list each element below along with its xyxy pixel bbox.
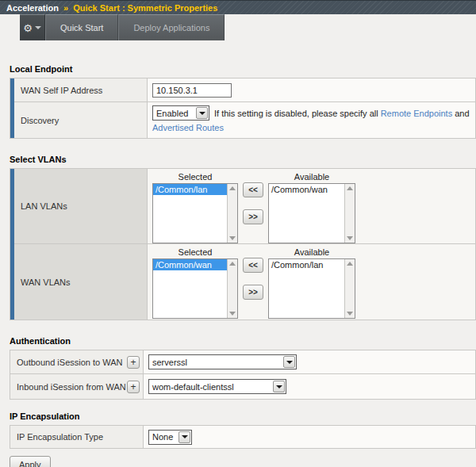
- scroll-down-icon[interactable]: [229, 312, 236, 316]
- section-title-local-endpoint: Local Endpoint: [10, 64, 476, 74]
- tab-label: Quick Start: [60, 23, 103, 33]
- advertised-routes-link[interactable]: Advertised Routes: [152, 123, 224, 132]
- scroll-up-icon[interactable]: [347, 186, 353, 190]
- scroll-up-icon[interactable]: [229, 262, 236, 266]
- available-column-header: Available: [268, 247, 355, 258]
- list-item[interactable]: /Common/wan: [269, 184, 344, 195]
- lan-vlans-label: LAN VLANs: [14, 169, 148, 243]
- wan-available-listbox[interactable]: /Common/lan: [268, 258, 355, 319]
- wan-vlans-label: WAN VLANs: [14, 244, 148, 320]
- listbox-scrollbar[interactable]: [227, 259, 237, 318]
- move-left-button[interactable]: <<: [243, 258, 263, 273]
- tab-quick-start[interactable]: Quick Start: [45, 14, 118, 40]
- selected-column-header: Selected: [152, 247, 238, 258]
- breadcrumb-section[interactable]: Acceleration: [6, 3, 59, 13]
- tab-label: Deploy Applications: [133, 23, 209, 33]
- outbound-isession-label: Outbound iSession to WAN: [17, 358, 123, 367]
- lan-selected-listbox[interactable]: /Common/lan: [152, 183, 238, 243]
- tab-deploy-applications[interactable]: Deploy Applications: [118, 14, 225, 40]
- local-endpoint-table: WAN Self IP Address Discovery Enabled I: [10, 78, 476, 139]
- dropdown-arrow-icon: [178, 431, 190, 443]
- breadcrumb: Acceleration » Quick Start : Symmetric P…: [0, 0, 476, 14]
- table-row: LAN VLANs Selected /Common/lan: [14, 169, 475, 244]
- select-vlans-table: LAN VLANs Selected /Common/lan: [10, 168, 476, 320]
- section-title-authentication: Authentication: [10, 336, 476, 346]
- scroll-down-icon[interactable]: [347, 236, 353, 240]
- listbox-scrollbar[interactable]: [344, 259, 355, 318]
- table-row: WAN VLANs Selected /Common/wan: [14, 244, 475, 320]
- inbound-isession-select[interactable]: wom-default-clientssl: [148, 379, 286, 394]
- page-title: Quick Start : Symmetric Properties: [73, 3, 217, 13]
- listbox-scrollbar[interactable]: [227, 184, 237, 243]
- scroll-down-icon[interactable]: [347, 312, 353, 316]
- discovery-hint-text: If this setting is disabled, please spec…: [214, 106, 378, 121]
- inbound-isession-label: Inbound iSession from WAN: [17, 382, 126, 392]
- list-item[interactable]: /Common/lan: [269, 259, 344, 270]
- wan-selected-listbox[interactable]: /Common/wan: [152, 258, 238, 319]
- listbox-scrollbar[interactable]: [344, 184, 355, 243]
- remote-endpoints-link[interactable]: Remote Endpoints: [381, 106, 453, 121]
- breadcrumb-separator: »: [63, 3, 68, 13]
- table-row: Outbound iSession to WAN + serverssl: [10, 350, 475, 374]
- wan-vlans-dual-list: Selected /Common/wan: [152, 247, 355, 319]
- add-inbound-profile-button[interactable]: +: [127, 381, 140, 393]
- section-title-select-vlans: Select VLANs: [10, 155, 476, 164]
- add-outbound-profile-button[interactable]: +: [127, 356, 140, 369]
- wan-self-ip-input[interactable]: [152, 83, 232, 98]
- discovery-and-text: and: [455, 106, 469, 121]
- discovery-label: Discovery: [14, 102, 148, 138]
- ip-encapsulation-type-select[interactable]: None: [148, 430, 192, 445]
- available-column-header: Available: [268, 172, 355, 183]
- dropdown-arrow-icon: [196, 107, 208, 119]
- table-row: WAN Self IP Address: [14, 78, 475, 102]
- scroll-up-icon[interactable]: [347, 262, 353, 266]
- move-right-button[interactable]: >>: [243, 209, 263, 224]
- gear-menu-button[interactable]: ⚙: [20, 14, 45, 40]
- table-row: Inbound iSession from WAN + wom-default-…: [10, 374, 475, 399]
- scroll-down-icon[interactable]: [229, 236, 236, 240]
- move-right-button[interactable]: >>: [243, 285, 263, 300]
- discovery-select[interactable]: Enabled: [152, 105, 209, 121]
- authentication-table: Outbound iSession to WAN + serverssl Inb…: [10, 350, 476, 400]
- lan-available-listbox[interactable]: /Common/wan: [268, 183, 355, 243]
- list-item[interactable]: /Common/lan: [153, 184, 227, 195]
- dropdown-arrow-icon: [283, 356, 295, 368]
- toolbar: ⚙ Quick Start Deploy Applications: [0, 14, 476, 40]
- section-title-ip-encapsulation: IP Encapsulation: [10, 411, 476, 421]
- apply-button[interactable]: Apply: [10, 456, 51, 467]
- outbound-isession-select[interactable]: serverssl: [148, 354, 297, 369]
- main-content: Local Endpoint WAN Self IP Address Disco…: [0, 40, 476, 449]
- dropdown-arrow-icon: [273, 381, 285, 392]
- ip-encapsulation-table: IP Encapsulation Type None: [10, 425, 476, 449]
- gear-icon: ⚙: [23, 23, 33, 33]
- lan-vlans-dual-list: Selected /Common/lan: [152, 172, 355, 243]
- chevron-down-icon: [35, 26, 41, 29]
- move-left-button[interactable]: <<: [243, 182, 263, 197]
- wan-self-ip-label: WAN Self IP Address: [14, 78, 148, 101]
- ip-encapsulation-type-label: IP Encapsulation Type: [10, 426, 144, 448]
- table-row: Discovery Enabled If this setting is dis…: [14, 102, 475, 138]
- list-item[interactable]: /Common/wan: [153, 259, 227, 270]
- table-row: IP Encapsulation Type None: [10, 426, 475, 448]
- scroll-up-icon[interactable]: [229, 186, 236, 190]
- selected-column-header: Selected: [152, 172, 238, 183]
